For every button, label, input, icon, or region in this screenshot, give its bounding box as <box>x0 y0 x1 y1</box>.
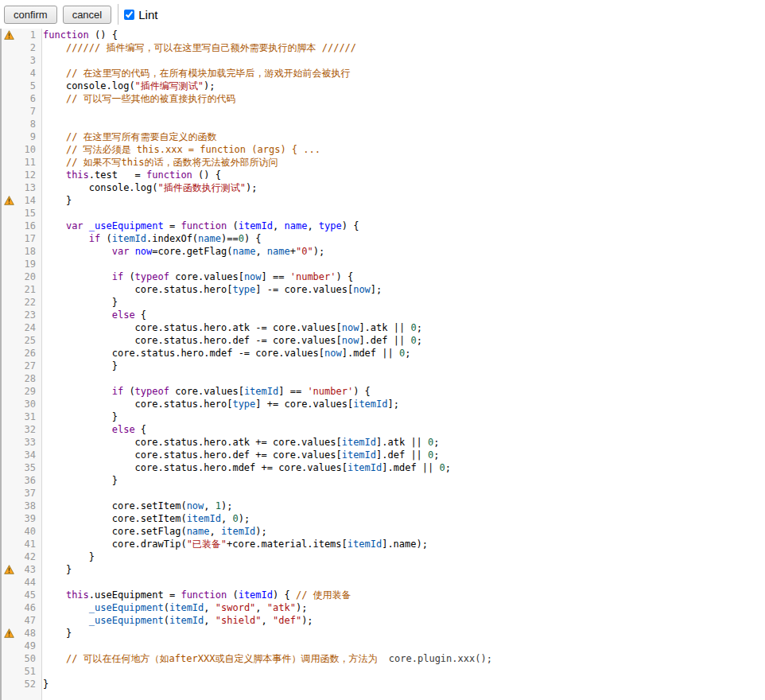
token-pl: ) { <box>273 589 296 601</box>
code-line-row[interactable]: 28 <box>2 372 765 385</box>
code-line-row[interactable]: 19 <box>2 258 765 270</box>
warning-icon[interactable] <box>2 30 16 40</box>
token-com: // 写法必须是 this.xxx = function (args) { ..… <box>66 144 320 155</box>
code-line-row[interactable]: 39 core.setItem(itemId, 0); <box>2 512 765 525</box>
code-line-row[interactable]: 13 console.log("插件函数执行测试"); <box>2 181 765 194</box>
code-line-row[interactable]: 2 ////// 插件编写，可以在这里写自己额外需要执行的脚本 ////// <box>2 41 765 54</box>
code-line-row[interactable]: 11 // 如果不写this的话，函数将无法被外部所访问 <box>2 156 765 169</box>
code-line-row[interactable]: 16 var _useEquipment = function (itemId,… <box>2 220 765 232</box>
lint-checkbox[interactable] <box>124 10 134 20</box>
code-line-row[interactable]: 14 } <box>2 194 765 207</box>
token-com: // 如果不写this的话，函数将无法被外部所访问 <box>66 157 278 168</box>
code-line-row[interactable]: 52} <box>2 678 765 690</box>
code-line-row[interactable]: 7 <box>2 105 765 118</box>
code-line-row[interactable]: 26 core.status.hero.mdef -= core.values[… <box>2 347 765 360</box>
code-line-row[interactable]: 48 } <box>2 627 765 640</box>
confirm-button[interactable]: confirm <box>4 6 57 24</box>
cancel-button[interactable]: cancel <box>63 6 112 24</box>
code-line-row[interactable]: 38 core.setItem(now, 1); <box>2 500 765 512</box>
token-num: 0 <box>410 322 416 333</box>
code-line-row[interactable]: 51 <box>2 665 765 678</box>
warning-icon[interactable] <box>2 628 16 638</box>
token-pl: ( <box>123 386 134 397</box>
token-pl: ; <box>405 348 410 359</box>
token-pl: ; <box>433 449 439 461</box>
code-line-row[interactable]: 10 // 写法必须是 this.xxx = function (args) {… <box>2 143 765 156</box>
code-line-row[interactable]: 50 // 可以在任何地方（如afterXXX或自定义脚本事件）调用函数，方法为… <box>2 652 765 665</box>
lint-toggle[interactable]: Lint <box>124 8 157 21</box>
code-line-row[interactable]: 21 core.status.hero[type] -= core.values… <box>2 283 765 296</box>
token-v2: itemId <box>221 526 255 537</box>
token-v2: itemId <box>244 386 278 397</box>
token-pl: ( <box>164 602 169 613</box>
code-line: _useEquipment(itemId, "sword", "atk"); <box>39 601 765 614</box>
code-lines: 1function () {2 ////// 插件编写，可以在这里写自己额外需要… <box>2 29 765 690</box>
code-line-row[interactable]: 45 this.useEquipment = function (itemId)… <box>2 589 765 601</box>
code-line-row[interactable]: 9 // 在这里写所有需要自定义的函数 <box>2 130 765 143</box>
code-line-row[interactable]: 32 else { <box>2 423 765 436</box>
code-line-row[interactable]: 42 } <box>2 550 765 563</box>
code-line-row[interactable]: 36 } <box>2 474 765 487</box>
code-line-row[interactable]: 25 core.status.hero.def -= core.values[n… <box>2 334 765 347</box>
code-line-row[interactable]: 43 } <box>2 563 765 576</box>
token-v2: name <box>232 246 255 257</box>
code-line-row[interactable]: 46 _useEquipment(itemId, "sword", "atk")… <box>2 601 765 614</box>
token-pl: .test = <box>89 169 146 181</box>
token-pl: , <box>204 602 215 613</box>
token-pl: ; <box>445 462 451 473</box>
code-line-row[interactable]: 40 core.setFlag(name, itemId); <box>2 525 765 538</box>
line-number: 38 <box>16 500 39 512</box>
token-com: ////// 插件编写，可以在这里写自己额外需要执行的脚本 ////// <box>66 42 356 53</box>
line-number: 30 <box>16 398 39 410</box>
token-pl: , <box>204 615 215 626</box>
token-def: name <box>285 220 308 231</box>
code-line-row[interactable]: 8 <box>2 118 765 130</box>
code-line-row[interactable]: 20 if (typeof core.values[now] == 'numbe… <box>2 270 765 283</box>
code-line-row[interactable]: 34 core.status.hero.def += core.values[i… <box>2 449 765 461</box>
code-line-row[interactable]: 15 <box>2 207 765 220</box>
code-line-row[interactable]: 22 } <box>2 296 765 309</box>
code-line-row[interactable]: 44 <box>2 576 765 589</box>
code-line-row[interactable]: 17 if (itemId.indexOf(name)==0) { <box>2 232 765 245</box>
line-number: 25 <box>16 334 39 347</box>
code-line-row[interactable]: 5 console.log("插件编写测试"); <box>2 80 765 92</box>
code-line-row[interactable]: 6 // 可以写一些其他的被直接执行的代码 <box>2 92 765 105</box>
code-line: if (itemId.indexOf(name)==0) { <box>39 232 765 245</box>
token-v2: name <box>267 246 290 257</box>
code-line-row[interactable]: 33 core.status.hero.atk += core.values[i… <box>2 436 765 449</box>
code-editor[interactable]: 1function () {2 ////// 插件编写，可以在这里写自己额外需要… <box>0 29 765 700</box>
code-line-row[interactable]: 29 if (typeof core.values[itemId] == 'nu… <box>2 385 765 398</box>
code-line-row[interactable]: 30 core.status.hero[type] += core.values… <box>2 398 765 410</box>
code-line-row[interactable]: 1function () { <box>2 29 765 41</box>
code-line-row[interactable]: 35 core.status.hero.mdef += core.values[… <box>2 461 765 474</box>
code-line-row[interactable]: 24 core.status.hero.atk -= core.values[n… <box>2 321 765 334</box>
token-def: itemId <box>239 589 273 601</box>
code-line-row[interactable]: 12 this.test = function () { <box>2 169 765 181</box>
code-line-row[interactable]: 31 } <box>2 410 765 423</box>
token-v2: now <box>342 335 359 346</box>
code-line: if (typeof core.values[itemId] == 'numbe… <box>39 385 765 398</box>
line-number: 29 <box>16 385 39 398</box>
code-line-row[interactable]: 37 <box>2 487 765 500</box>
code-line-row[interactable]: 3 <box>2 54 765 67</box>
code-line-row[interactable]: 18 var now=core.getFlag(name, name+"0"); <box>2 245 765 258</box>
token-num: 1 <box>216 500 221 511</box>
token-v2: now <box>353 284 371 295</box>
code-line-row[interactable]: 27 } <box>2 360 765 372</box>
token-kw: if <box>112 271 123 282</box>
code-line: } <box>39 474 765 487</box>
line-number: 43 <box>16 563 39 576</box>
line-number: 34 <box>16 449 39 461</box>
code-line-row[interactable]: 4 // 在这里写的代码，在所有模块加载完毕后，游戏开始前会被执行 <box>2 67 765 80</box>
code-line-row[interactable]: 23 else { <box>2 309 765 321</box>
token-pl: core.values[ <box>169 271 244 282</box>
warning-icon[interactable] <box>2 565 16 574</box>
token-pl: console.log( <box>43 182 158 193</box>
token-str: "插件编写测试" <box>135 80 204 91</box>
code-line-row[interactable]: 49 <box>2 640 765 652</box>
token-def: type <box>319 220 342 231</box>
code-line-row[interactable]: 41 core.drawTip("已装备"+core.material.item… <box>2 538 765 550</box>
warning-icon[interactable] <box>2 196 16 205</box>
token-pl <box>43 144 66 155</box>
code-line-row[interactable]: 47 _useEquipment(itemId, "shield", "def"… <box>2 614 765 627</box>
